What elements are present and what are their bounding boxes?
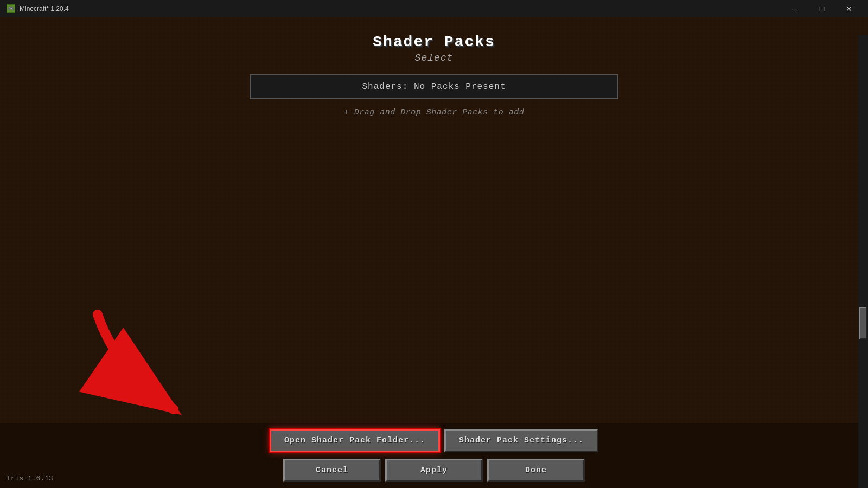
top-button-row: Open Shader Pack Folder... Shader Pack S… <box>270 429 598 452</box>
bottom-button-row: Cancel Apply Done <box>283 459 585 482</box>
done-button[interactable]: Done <box>487 459 585 482</box>
page-title: Shader Packs <box>373 34 495 50</box>
scrollbar-thumb[interactable] <box>859 307 867 339</box>
scrollbar-track[interactable] <box>858 35 868 488</box>
bottom-panel: Open Shader Pack Folder... Shader Pack S… <box>0 423 868 488</box>
maximize-button[interactable]: □ <box>809 0 834 17</box>
shader-empty-item: Shaders: No Packs Present <box>250 74 618 99</box>
close-button[interactable]: ✕ <box>837 0 861 17</box>
shader-list-container: Shaders: No Packs Present + Drag and Dro… <box>250 74 618 117</box>
window-frame: 🎮 Minecraft* 1.20.4 ─ □ ✕ Shader Packs S… <box>0 0 868 488</box>
arrow-annotation <box>65 304 271 423</box>
main-content: Shader Packs Select Shaders: No Packs Pr… <box>0 17 868 488</box>
title-bar: 🎮 Minecraft* 1.20.4 ─ □ ✕ <box>0 0 868 17</box>
drag-drop-hint: + Drag and Drop Shader Packs to add <box>250 108 618 117</box>
window-icon: 🎮 <box>7 4 15 13</box>
open-shader-pack-folder-button[interactable]: Open Shader Pack Folder... <box>270 429 440 452</box>
page-subtitle: Select <box>373 53 495 63</box>
title-bar-left: 🎮 Minecraft* 1.20.4 <box>7 4 69 13</box>
shader-pack-settings-button[interactable]: Shader Pack Settings... <box>444 429 598 452</box>
apply-button[interactable]: Apply <box>385 459 483 482</box>
title-bar-title: Minecraft* 1.20.4 <box>20 5 69 12</box>
version-label: Iris 1.6.13 <box>7 474 53 483</box>
title-bar-controls: ─ □ ✕ <box>782 0 861 17</box>
cancel-button[interactable]: Cancel <box>283 459 381 482</box>
minimize-button[interactable]: ─ <box>782 0 807 17</box>
page-header: Shader Packs Select <box>373 34 495 63</box>
